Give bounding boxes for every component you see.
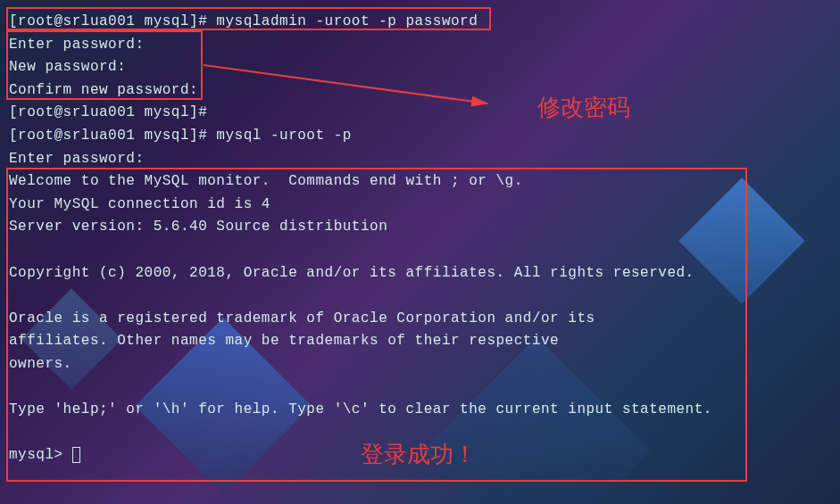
annotation-login-success: 登录成功！ <box>361 439 477 470</box>
welcome-line-3: Server version: 5.6.40 Source distributi… <box>9 216 831 239</box>
arrow-icon <box>204 61 498 119</box>
command-text: mysql -uroot -p <box>216 128 352 144</box>
shell-prompt: [root@srlua001 mysql]# <box>9 13 216 29</box>
prompt-line-3: [root@srlua001 mysql]# mysql -uroot -p <box>9 125 831 148</box>
trademark-line-2: affiliates. Other names may be trademark… <box>9 330 831 353</box>
svg-line-1 <box>204 65 487 103</box>
mysql-prompt: mysql> <box>9 447 72 463</box>
blank-line <box>9 239 831 262</box>
welcome-line-1: Welcome to the MySQL monitor. Commands e… <box>9 170 831 194</box>
trademark-line-3: owners. <box>9 353 831 376</box>
help-line: Type 'help;' or '\h' for help. Type '\c'… <box>9 399 831 422</box>
cursor-icon <box>72 447 80 463</box>
enter-password-line-2: Enter password: <box>9 148 831 171</box>
annotation-change-password: 修改密码 <box>537 92 630 123</box>
shell-prompt: [root@srlua001 mysql]# <box>9 128 216 144</box>
enter-password-line: Enter password: <box>9 34 831 57</box>
blank-line <box>9 376 831 400</box>
welcome-line-2: Your MySQL connection id is 4 <box>9 194 831 217</box>
prompt-line-1: [root@srlua001 mysql]# mysqladmin -uroot… <box>9 11 831 34</box>
blank-line <box>9 285 831 308</box>
command-text: mysqladmin -uroot -p password <box>216 13 478 29</box>
trademark-line-1: Oracle is a registered trademark of Orac… <box>9 308 831 331</box>
copyright-line: Copyright (c) 2000, 2018, Oracle and/or … <box>9 262 831 285</box>
